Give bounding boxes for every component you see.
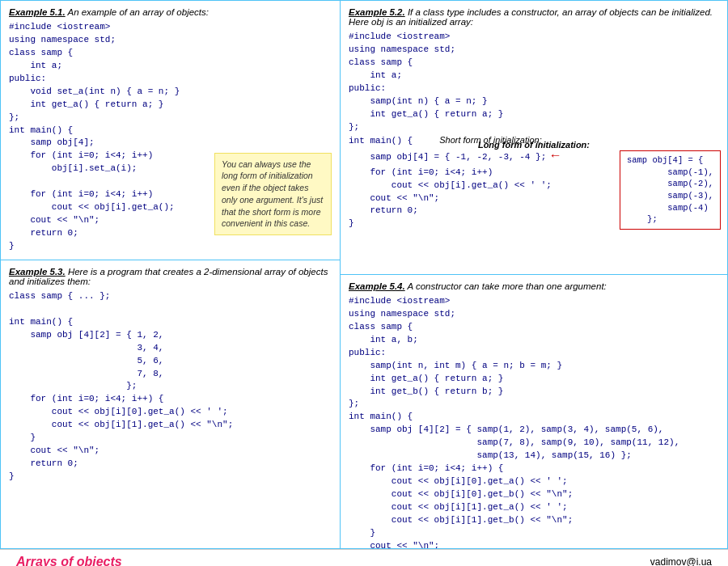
ex54-section: Example 5.4. A constructor can take more… xyxy=(341,275,727,548)
ex51-subtitle: An example of an array of objects: xyxy=(66,7,209,17)
ex53-code: class samp { ... }; int main() { samp ob… xyxy=(9,290,332,484)
footer-email: vadimov@i.ua xyxy=(650,556,712,566)
right-panel: Example 5.2. If a class type includes a … xyxy=(341,1,727,548)
ex53-section: Example 5.3. Here is a program that crea… xyxy=(1,260,341,490)
ex51-title: Example 5.1. An example of an array of o… xyxy=(9,7,332,17)
footer: Arrays of objects vadimov@i.ua xyxy=(0,549,728,566)
ex52-section: Example 5.2. If a class type includes a … xyxy=(341,1,727,275)
long-form-label: Long form of initialization: xyxy=(478,140,590,150)
left-panel: Example 5.1. An example of an array of o… xyxy=(1,1,341,548)
footer-title: Arrays of objects xyxy=(16,555,122,566)
ex54-title: Example 5.4. A constructor can take more… xyxy=(349,281,719,291)
ex53-title-text: Example 5.3. xyxy=(9,267,66,277)
content-area: Example 5.1. An example of an array of o… xyxy=(0,0,728,549)
ex51-section: Example 5.1. An example of an array of o… xyxy=(1,1,341,260)
ex52-title: Example 5.2. If a class type includes a … xyxy=(349,7,719,27)
ex54-code: #include <iostream> using namespace std;… xyxy=(349,295,719,548)
sticky-note: You can always use the long form of init… xyxy=(214,153,332,235)
ex51-title-text: Example 5.1. xyxy=(9,7,66,17)
main-container: Example 5.1. An example of an array of o… xyxy=(0,0,728,566)
ex54-subtitle: A constructor can take more than one arg… xyxy=(405,281,607,291)
long-form-box: samp obj[4] = { samp(-1), samp(-2), samp… xyxy=(620,150,721,230)
ex54-title-text: Example 5.4. xyxy=(349,281,405,291)
ex52-title-text: Example 5.2. xyxy=(349,7,405,17)
ex53-title: Example 5.3. Here is a program that crea… xyxy=(9,267,332,286)
